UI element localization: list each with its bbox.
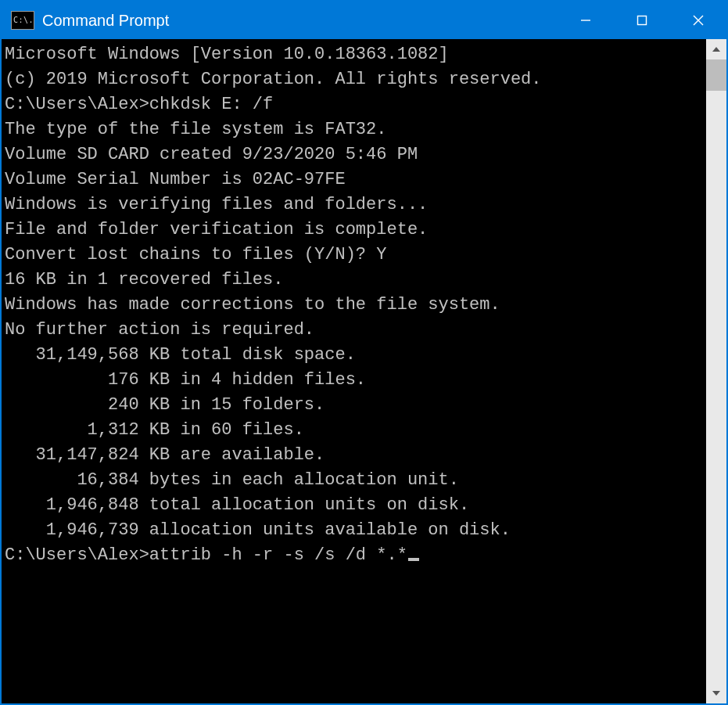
terminal-line: Microsoft Windows [Version 10.0.18363.10… <box>5 42 706 67</box>
minimize-icon <box>579 14 592 27</box>
terminal-output[interactable]: Microsoft Windows [Version 10.0.18363.10… <box>2 39 706 703</box>
terminal-line: 16 KB in 1 recovered files. <box>5 268 706 293</box>
terminal-line: File and folder verification is complete… <box>5 218 706 243</box>
terminal-line: 16,384 bytes in each allocation unit. <box>5 468 706 493</box>
terminal-line: Convert lost chains to files (Y/N)? Y <box>5 243 706 268</box>
command-prompt-window: C:\. Command Prompt Microsoft Windows [V… <box>0 0 728 705</box>
close-button[interactable] <box>670 2 726 39</box>
cursor <box>408 558 419 561</box>
terminal-line: C:\Users\Alex>attrib -h -r -s /s /d *.* <box>5 543 706 568</box>
scroll-track[interactable] <box>706 59 726 683</box>
terminal-line: 31,149,568 KB total disk space. <box>5 343 706 368</box>
scroll-up-button[interactable] <box>706 39 726 59</box>
terminal-line: No further action is required. <box>5 318 706 343</box>
terminal-line: 240 KB in 15 folders. <box>5 393 706 418</box>
cmd-icon: C:\. <box>11 11 34 30</box>
vertical-scrollbar[interactable] <box>706 39 726 703</box>
window-controls <box>558 2 726 39</box>
terminal-line: 1,946,739 allocation units available on … <box>5 518 706 543</box>
terminal-line: Windows has made corrections to the file… <box>5 293 706 318</box>
terminal-line: Volume Serial Number is 02AC-97FE <box>5 167 706 192</box>
client-area: Microsoft Windows [Version 10.0.18363.10… <box>2 39 726 703</box>
maximize-icon <box>636 14 648 27</box>
scroll-thumb[interactable] <box>706 59 726 91</box>
terminal-line: Volume SD CARD created 9/23/2020 5:46 PM <box>5 142 706 167</box>
window-title: Command Prompt <box>42 12 558 30</box>
terminal-line: (c) 2019 Microsoft Corporation. All righ… <box>5 67 706 92</box>
svg-marker-5 <box>712 691 720 696</box>
minimize-button[interactable] <box>558 2 614 39</box>
terminal-line: Windows is verifying files and folders..… <box>5 192 706 218</box>
titlebar[interactable]: C:\. Command Prompt <box>2 2 726 39</box>
terminal-line: C:\Users\Alex>chkdsk E: /f <box>5 92 706 117</box>
terminal-line: 1,946,848 total allocation units on disk… <box>5 493 706 518</box>
maximize-button[interactable] <box>614 2 670 39</box>
svg-rect-1 <box>638 16 647 25</box>
chevron-down-icon <box>712 689 721 698</box>
svg-marker-4 <box>712 47 720 52</box>
chevron-up-icon <box>712 45 721 54</box>
terminal-line: The type of the file system is FAT32. <box>5 117 706 142</box>
terminal-line: 176 KB in 4 hidden files. <box>5 368 706 393</box>
close-icon <box>692 14 705 27</box>
terminal-line: 1,312 KB in 60 files. <box>5 418 706 443</box>
scroll-down-button[interactable] <box>706 683 726 703</box>
terminal-line: 31,147,824 KB are available. <box>5 443 706 468</box>
cmd-icon-text: C:\. <box>13 16 34 24</box>
